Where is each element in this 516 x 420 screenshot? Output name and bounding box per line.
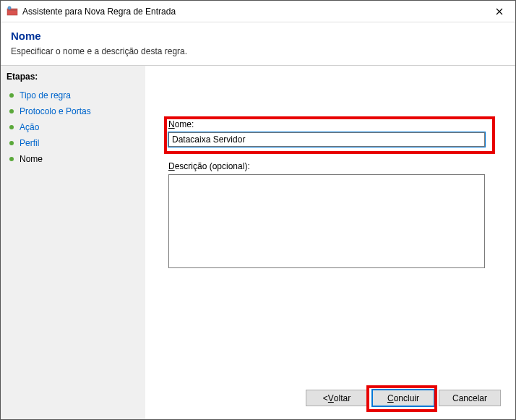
firewall-icon bbox=[7, 6, 18, 17]
bullet-icon bbox=[9, 157, 14, 161]
step-protocolo-e-portas[interactable]: Protocolo e Portas bbox=[7, 103, 145, 119]
svg-point-2 bbox=[8, 6, 11, 9]
button-row: < Voltar Concluir Cancelar bbox=[145, 382, 515, 419]
wizard-main: Nome: Descrição (opcional): < Voltar bbox=[145, 66, 515, 419]
description-label: Descrição (opcional): bbox=[164, 161, 496, 171]
wizard-header: Nome Especificar o nome e a descrição de… bbox=[1, 22, 515, 65]
name-field-block: Nome: bbox=[164, 116, 496, 147]
wizard-window: Assistente para Nova Regra de Entrada No… bbox=[0, 0, 516, 420]
close-button[interactable] bbox=[483, 1, 515, 22]
step-label: Nome bbox=[20, 154, 43, 164]
step-nome[interactable]: Nome bbox=[7, 151, 145, 167]
cancel-button[interactable]: Cancelar bbox=[439, 390, 501, 406]
page-title: Nome bbox=[11, 30, 505, 42]
titlebar: Assistente para Nova Regra de Entrada bbox=[1, 1, 515, 22]
name-input[interactable] bbox=[168, 132, 485, 147]
step-label: Perfil bbox=[20, 138, 39, 148]
back-button[interactable]: < Voltar bbox=[306, 390, 368, 406]
page-subtitle: Especificar o nome e a descrição desta r… bbox=[11, 46, 505, 56]
step-label: Tipo de regra bbox=[20, 90, 71, 100]
steps-sidebar: Etapas: Tipo de regra Protocolo e Portas… bbox=[1, 66, 145, 419]
bullet-icon bbox=[9, 109, 14, 113]
step-label: Protocolo e Portas bbox=[20, 106, 91, 116]
step-label: Ação bbox=[20, 122, 39, 132]
step-acao[interactable]: Ação bbox=[7, 119, 145, 135]
steps-heading: Etapas: bbox=[7, 72, 145, 82]
wizard-body: Etapas: Tipo de regra Protocolo e Portas… bbox=[1, 65, 515, 419]
step-perfil[interactable]: Perfil bbox=[7, 135, 145, 151]
description-field-block: Descrição (opcional): bbox=[164, 161, 496, 270]
bullet-icon bbox=[9, 141, 14, 145]
bullet-icon bbox=[9, 125, 14, 129]
window-title: Assistente para Nova Regra de Entrada bbox=[22, 7, 483, 17]
finish-button[interactable]: Concluir bbox=[372, 390, 434, 406]
content-area: Nome: Descrição (opcional): bbox=[145, 66, 515, 382]
bullet-icon bbox=[9, 93, 14, 98]
description-input[interactable] bbox=[168, 174, 485, 268]
name-label: Nome: bbox=[164, 119, 496, 129]
step-tipo-de-regra[interactable]: Tipo de regra bbox=[7, 87, 145, 103]
